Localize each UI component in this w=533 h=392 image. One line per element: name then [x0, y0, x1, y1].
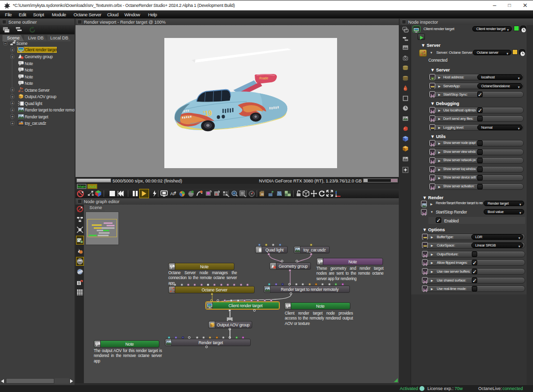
svg-text:a: a — [215, 192, 218, 196]
svg-text:’19: ’19 — [203, 108, 212, 117]
svg-text:Roadie: Roadie — [259, 76, 268, 80]
